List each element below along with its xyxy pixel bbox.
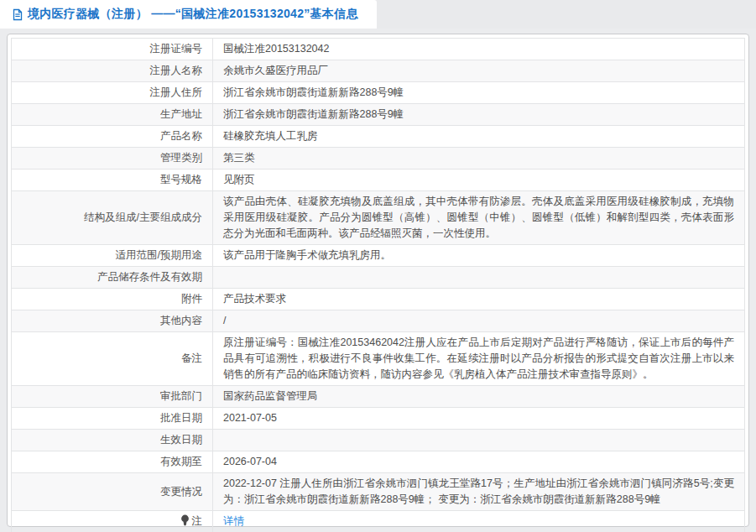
table-row: 审批部门国家药品监督管理局	[12, 386, 745, 408]
row-value: 见附页	[213, 170, 745, 191]
row-label: 适用范围/预期用途	[12, 245, 213, 267]
row-value: 余姚市久盛医疗用品厂	[213, 60, 745, 82]
table-row: 注册证编号国械注准20153132042	[12, 39, 745, 60]
row-label: 型号规格	[12, 170, 213, 191]
page-title-tab: 境内医疗器械（注册） ——“国械注准20153132042”基本信息	[0, 0, 377, 29]
row-value: 浙江省余姚市朗霞街道新新路288号9幢	[213, 104, 745, 126]
row-value	[213, 267, 745, 289]
table-row: 其他内容/	[12, 310, 745, 332]
row-label: 备注	[12, 332, 213, 386]
row-label-text: 注册人名称	[150, 65, 203, 76]
row-value-text: 产品技术要求	[223, 293, 286, 305]
row-label: 注册证编号	[12, 39, 213, 60]
row-label-text: 注	[192, 515, 203, 527]
row-value: 国械注准20153132042	[213, 39, 745, 60]
row-label-text: 适用范围/预期用途	[116, 249, 202, 261]
row-label-text: 生效日期	[160, 434, 202, 446]
registration-info-table: 注册证编号国械注准20153132042注册人名称余姚市久盛医疗用品厂注册人住所…	[11, 38, 745, 532]
row-label: 批准日期	[12, 408, 213, 430]
row-label: 附件	[12, 289, 213, 310]
table-row: 适用范围/预期用途该产品用于隆胸手术做充填乳房用。	[12, 245, 745, 267]
row-label: 生产地址	[12, 104, 213, 126]
row-label: 产品名称	[12, 126, 213, 148]
row-value-text: 原注册证编号：国械注准20153462042注册人应在产品上市后定期对产品进行严…	[223, 336, 734, 380]
row-label-text: 型号规格	[160, 174, 202, 185]
row-value-text: 余姚市久盛医疗用品厂	[223, 65, 328, 76]
row-value: 该产品由壳体、硅凝胶充填物及底盖组成，其中壳体带有防渗层。壳体及底盖采用医用级硅…	[213, 191, 745, 245]
row-label-text: 注册人住所	[150, 86, 203, 98]
info-card: 注册证编号国械注准20153132042注册人名称余姚市久盛医疗用品厂注册人住所…	[7, 34, 749, 527]
row-value: 第三类	[213, 148, 745, 170]
table-row: 有效期至2026-07-04	[12, 451, 745, 473]
row-value-text: 该产品用于隆胸手术做充填乳房用。	[223, 249, 391, 261]
row-value: 浙江省余姚市朗霞街道新新路288号9幢	[213, 82, 745, 104]
row-label: 产品储存条件及有效期	[12, 267, 213, 289]
row-label-text: 备注	[181, 352, 202, 364]
row-label: 注	[12, 511, 213, 532]
row-value: 国家药品监督管理局	[213, 386, 745, 408]
row-label: 审批部门	[12, 386, 213, 408]
row-label: 其他内容	[12, 310, 213, 332]
header-bar: 境内医疗器械（注册） ——“国械注准20153132042”基本信息	[0, 0, 756, 29]
row-value-text: 2022-12-07 注册人住所由浙江省余姚市泗门镇龙王堂路17号；生产地址由浙…	[223, 477, 734, 505]
row-label: 管理类别	[12, 148, 213, 170]
row-value: 详情	[213, 511, 745, 532]
table-row: 管理类别第三类	[12, 148, 745, 170]
row-value-text: 硅橡胶充填人工乳房	[223, 130, 318, 142]
row-value-text: 第三类	[223, 152, 255, 164]
table-body: 注册证编号国械注准20153132042注册人名称余姚市久盛医疗用品厂注册人住所…	[12, 39, 745, 532]
table-row: 批准日期2021-07-05	[12, 408, 745, 430]
row-label-text: 产品储存条件及有效期	[97, 271, 202, 283]
row-label-text: 注册证编号	[150, 43, 203, 55]
row-value-text: 2026-07-04	[223, 456, 277, 467]
row-label-text: 其他内容	[160, 315, 202, 326]
row-value: 2026-07-04	[213, 451, 745, 473]
row-value-text: 国械注准20153132042	[223, 43, 329, 55]
table-row: 型号规格见附页	[12, 170, 745, 191]
table-row: 产品名称硅橡胶充填人工乳房	[12, 126, 745, 148]
row-label-text: 附件	[181, 293, 202, 305]
row-label-text: 变更情况	[160, 486, 202, 498]
table-row: 备注原注册证编号：国械注准20153462042注册人应在产品上市后定期对产品进…	[12, 332, 745, 386]
row-label-text: 有效期至	[160, 456, 202, 467]
table-row: 结构及组成/主要组成成分该产品由壳体、硅凝胶充填物及底盖组成，其中壳体带有防渗层…	[12, 191, 745, 245]
row-label-text: 批准日期	[160, 412, 202, 424]
row-value-text: 见附页	[223, 174, 255, 185]
row-value: 2021-07-05	[213, 408, 745, 430]
row-label-text: 结构及组成/主要组成成分	[84, 211, 202, 223]
row-value: 原注册证编号：国械注准20153462042注册人应在产品上市后定期对产品进行严…	[213, 332, 745, 386]
row-label: 注册人住所	[12, 82, 213, 104]
row-label-text: 管理类别	[160, 152, 202, 164]
table-row: 注册人住所浙江省余姚市朗霞街道新新路288号9幢	[12, 82, 745, 104]
document-icon	[12, 8, 23, 21]
table-row: 注册人名称余姚市久盛医疗用品厂	[12, 60, 745, 82]
row-value-text: 国家药品监督管理局	[223, 390, 318, 402]
row-value: /	[213, 310, 745, 332]
row-label: 变更情况	[12, 473, 213, 511]
row-value	[213, 430, 745, 451]
row-value: 产品技术要求	[213, 289, 745, 310]
table-row: 产品储存条件及有效期	[12, 267, 745, 289]
row-label: 结构及组成/主要组成成分	[12, 191, 213, 245]
row-value-text: 2021-07-05	[223, 412, 277, 424]
row-label: 有效期至	[12, 451, 213, 473]
table-row: 生产地址浙江省余姚市朗霞街道新新路288号9幢	[12, 104, 745, 126]
bulb-icon	[180, 514, 190, 526]
row-label-text: 产品名称	[160, 130, 202, 142]
table-row: 变更情况2022-12-07 注册人住所由浙江省余姚市泗门镇龙王堂路17号；生产…	[12, 473, 745, 511]
row-value: 该产品用于隆胸手术做充填乳房用。	[213, 245, 745, 267]
row-value: 2022-12-07 注册人住所由浙江省余姚市泗门镇龙王堂路17号；生产地址由浙…	[213, 473, 745, 511]
row-value-text: 该产品由壳体、硅凝胶充填物及底盖组成，其中壳体带有防渗层。壳体及底盖采用医用级硅…	[223, 196, 734, 239]
row-value-text: 浙江省余姚市朗霞街道新新路288号9幢	[223, 86, 404, 98]
row-label: 生效日期	[12, 430, 213, 451]
row-value-text: 浙江省余姚市朗霞街道新新路288号9幢	[223, 108, 404, 120]
row-label: 注册人名称	[12, 60, 213, 82]
page-title: 境内医疗器械（注册） ——“国械注准20153132042”基本信息	[28, 7, 358, 22]
table-row: 注详情	[12, 511, 745, 532]
row-label-text: 审批部门	[160, 390, 202, 402]
row-value-text: /	[223, 315, 226, 326]
table-row: 生效日期	[12, 430, 745, 451]
row-value: 硅橡胶充填人工乳房	[213, 126, 745, 148]
details-link[interactable]: 详情	[223, 515, 244, 527]
row-label-text: 生产地址	[160, 108, 202, 120]
